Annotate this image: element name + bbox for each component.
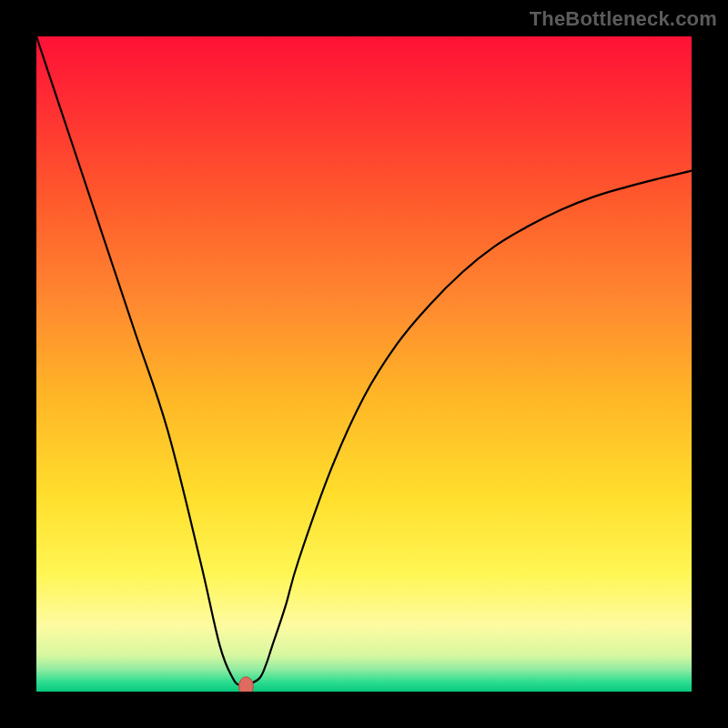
plot-area: [36, 36, 692, 692]
chart-frame: TheBottleneck.com: [0, 0, 728, 728]
gradient-background: [36, 36, 692, 692]
chart-svg: [36, 36, 692, 692]
optimal-point-marker: [238, 677, 253, 692]
watermark-label: TheBottleneck.com: [530, 7, 717, 31]
